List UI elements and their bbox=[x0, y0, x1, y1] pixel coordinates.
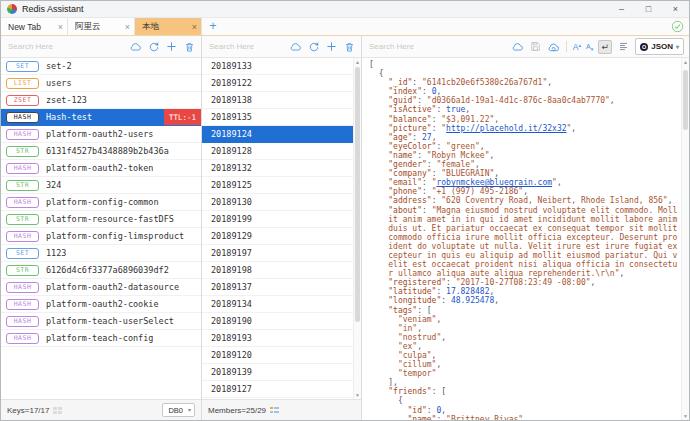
ttl-badge: TTL:-1 bbox=[164, 109, 201, 125]
field-row[interactable]: 20189134 bbox=[202, 296, 353, 313]
json-line: "address": "620 Coventry Road, Neibert, … bbox=[369, 196, 678, 205]
minimize-button[interactable]: – bbox=[608, 1, 635, 17]
value-scrollbar[interactable]: ▲ ▼ bbox=[681, 58, 689, 420]
scroll-up-icon[interactable]: ▲ bbox=[354, 58, 361, 66]
key-type-badge: SET bbox=[6, 248, 39, 259]
cloud-sync-icon[interactable] bbox=[547, 40, 560, 54]
field-row[interactable]: 20189190 bbox=[202, 313, 353, 330]
field-row[interactable]: 20189132 bbox=[202, 160, 353, 177]
cloud-search-icon[interactable] bbox=[511, 40, 524, 54]
field-row[interactable]: 20189138 bbox=[202, 92, 353, 109]
new-tab-button[interactable]: + bbox=[202, 18, 224, 35]
word-wrap-toggle[interactable]: ↵ bbox=[598, 40, 612, 54]
chevron-down-icon: ▾ bbox=[188, 407, 191, 413]
field-row[interactable]: 20189122 bbox=[202, 75, 353, 92]
members-view-icon[interactable] bbox=[270, 406, 279, 415]
main-area: SETset-2LISTusersZSETzset-123HASHHash-te… bbox=[1, 36, 689, 420]
key-row[interactable]: HASHHash-testTTL:-1 bbox=[1, 109, 201, 126]
field-row[interactable]: 20189199 bbox=[202, 211, 353, 228]
close-button[interactable]: × bbox=[662, 1, 689, 17]
key-row[interactable]: HASHplatform-teach-userSelect bbox=[1, 313, 201, 330]
field-row[interactable]: 20189133 bbox=[202, 58, 353, 75]
key-name: platform-config-common bbox=[46, 197, 159, 207]
json-line: "gender": "female", bbox=[369, 160, 678, 169]
key-row[interactable]: LISTusers bbox=[1, 75, 201, 92]
font-increase-button[interactable]: A▴ bbox=[573, 42, 581, 52]
scroll-thumb[interactable] bbox=[355, 67, 360, 322]
delete-field-icon[interactable] bbox=[343, 40, 356, 54]
field-row[interactable]: 20189197 bbox=[202, 245, 353, 262]
format-icon[interactable] bbox=[617, 40, 630, 54]
tab-bar: New Tab×阿里云×本地× + bbox=[1, 18, 689, 36]
keys-search-input[interactable] bbox=[8, 42, 124, 51]
scroll-down-icon[interactable]: ▼ bbox=[682, 412, 689, 420]
field-row[interactable]: 20189124 bbox=[202, 126, 353, 143]
value-format-select[interactable]: O JSON ▾ bbox=[635, 38, 684, 55]
value-panel: A▴ A▾ ↵ O JSON ▾ [{"_id": "6141cb20e bbox=[362, 36, 689, 420]
key-name: platform-teach-userSelect bbox=[46, 316, 174, 326]
delete-key-icon[interactable] bbox=[183, 40, 196, 54]
refresh-icon[interactable] bbox=[307, 40, 320, 54]
keys-view-icon[interactable] bbox=[53, 406, 62, 415]
field-row[interactable]: 20189137 bbox=[202, 279, 353, 296]
key-row[interactable]: STR324 bbox=[1, 177, 201, 194]
key-row[interactable]: STRplatform-resource-fastDFS bbox=[1, 211, 201, 228]
key-row[interactable]: SET1123 bbox=[1, 245, 201, 262]
field-row[interactable]: 20189193 bbox=[202, 330, 353, 347]
field-row[interactable]: 20189127 bbox=[202, 381, 353, 398]
field-row[interactable]: 20189139 bbox=[202, 364, 353, 381]
app-logo-icon bbox=[7, 4, 17, 14]
key-row[interactable]: STR6126d4c6f3377a6896039df2 bbox=[1, 262, 201, 279]
json-line: "cillum", bbox=[369, 360, 678, 369]
field-row[interactable]: 20189128 bbox=[202, 143, 353, 160]
font-decrease-button[interactable]: A▾ bbox=[586, 42, 593, 52]
tab-2[interactable]: 本地× bbox=[135, 18, 202, 35]
key-type-badge: HASH bbox=[6, 197, 39, 208]
field-row[interactable]: 20189120 bbox=[202, 347, 353, 364]
db-select[interactable]: DB0 ▾ bbox=[162, 403, 195, 417]
tab-close-icon[interactable]: × bbox=[125, 22, 130, 32]
key-row[interactable]: HASHplatform-oauth2-token bbox=[1, 160, 201, 177]
field-row[interactable]: 20189198 bbox=[202, 262, 353, 279]
key-row[interactable]: HASHplatform-config-common bbox=[1, 194, 201, 211]
key-type-badge: STR bbox=[6, 214, 39, 225]
tab-label: 本地 bbox=[142, 21, 190, 33]
scroll-up-icon[interactable]: ▲ bbox=[682, 58, 689, 66]
add-field-icon[interactable] bbox=[325, 40, 338, 54]
cloud-search-icon[interactable] bbox=[129, 40, 142, 54]
json-line: "veniam", bbox=[369, 315, 678, 324]
tab-close-icon[interactable]: × bbox=[58, 22, 63, 32]
key-row[interactable]: HASHplatform-config-limsproduct bbox=[1, 228, 201, 245]
key-row[interactable]: ZSETzset-123 bbox=[1, 92, 201, 109]
key-row[interactable]: HASHplatform-oauth2-cookie bbox=[1, 296, 201, 313]
cloud-search-icon[interactable] bbox=[289, 40, 302, 54]
json-line: "index": 0, bbox=[369, 87, 678, 96]
fields-scrollbar[interactable]: ▲ ▼ bbox=[353, 58, 361, 399]
key-row[interactable]: HASHplatform-teach-config bbox=[1, 330, 201, 347]
json-line: "isActive": true, bbox=[369, 105, 678, 114]
field-row[interactable]: 20189135 bbox=[202, 109, 353, 126]
field-row[interactable]: 20189129 bbox=[202, 228, 353, 245]
field-row[interactable]: 20189130 bbox=[202, 194, 353, 211]
tab-0[interactable]: New Tab× bbox=[1, 18, 68, 35]
refresh-icon[interactable] bbox=[147, 40, 160, 54]
tab-1[interactable]: 阿里云× bbox=[68, 18, 135, 35]
connection-ok-icon bbox=[671, 18, 684, 35]
maximize-button[interactable]: □ bbox=[635, 1, 662, 17]
save-icon[interactable] bbox=[529, 40, 542, 54]
key-name: platform-oauth2-token bbox=[46, 163, 153, 173]
key-type-badge: HASH bbox=[6, 333, 39, 344]
scroll-down-icon[interactable]: ▼ bbox=[354, 391, 361, 399]
key-row[interactable]: HASHplatform-oauth2-datasource bbox=[1, 279, 201, 296]
tab-close-icon[interactable]: × bbox=[192, 22, 197, 32]
scroll-thumb[interactable] bbox=[683, 70, 688, 130]
key-type-badge: STR bbox=[6, 265, 39, 276]
key-row[interactable]: HASHplatform-oauth2-users bbox=[1, 126, 201, 143]
key-row[interactable]: STR6131f4527b4348889b2b436a bbox=[1, 143, 201, 160]
add-key-icon[interactable] bbox=[165, 40, 178, 54]
value-viewer[interactable]: [{"_id": "6141cb20e6f5380c26a767d1","ind… bbox=[362, 58, 689, 420]
fields-search-input[interactable] bbox=[209, 42, 284, 51]
key-row[interactable]: SETset-2 bbox=[1, 58, 201, 75]
value-search-input[interactable] bbox=[369, 42, 506, 51]
field-row[interactable]: 20189125 bbox=[202, 177, 353, 194]
